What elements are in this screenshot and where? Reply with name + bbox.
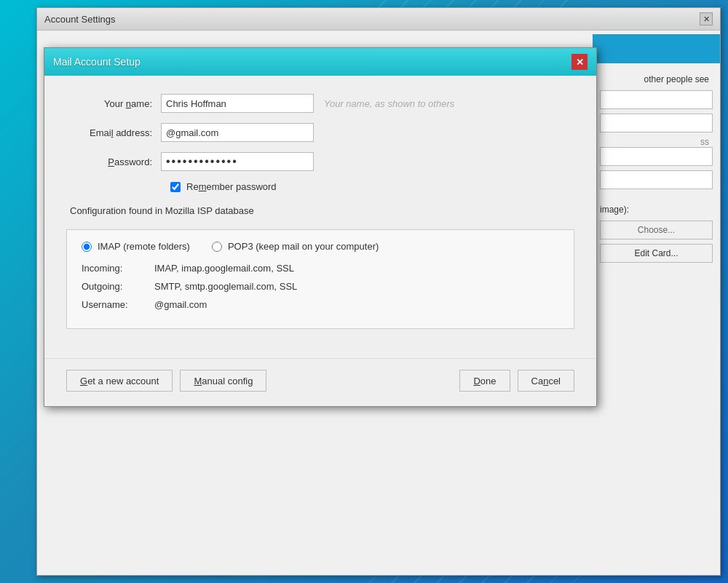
remember-row: Remember password bbox=[170, 181, 574, 192]
password-label: Password: bbox=[66, 156, 161, 167]
right-panel-input-3[interactable] bbox=[600, 147, 713, 166]
outgoing-row: Outgoing: SMTP, smtp.googlemail.com, SSL bbox=[82, 281, 559, 292]
right-panel-label: other people see bbox=[600, 74, 713, 84]
dialog-body: Your name: Your name, as shown to others… bbox=[44, 76, 596, 358]
right-panel-text: ss bbox=[600, 137, 713, 147]
config-found-message: Configuration found in Mozilla ISP datab… bbox=[70, 205, 574, 216]
outgoing-label: Outgoing: bbox=[82, 281, 154, 292]
get-new-account-button[interactable]: Get a new account bbox=[66, 370, 173, 392]
cancel-button[interactable]: Cancel bbox=[518, 370, 574, 392]
username-label: Username: bbox=[82, 299, 154, 310]
email-input[interactable] bbox=[161, 123, 314, 142]
email-label: Email address: bbox=[66, 127, 161, 138]
right-panel-input-4[interactable] bbox=[600, 170, 713, 189]
pop3-option: POP3 (keep mail on your computer) bbox=[212, 241, 379, 252]
password-input[interactable] bbox=[161, 152, 314, 171]
pop3-label[interactable]: POP3 (keep mail on your computer) bbox=[228, 241, 379, 252]
incoming-value: IMAP, imap.googlemail.com, SSL bbox=[154, 263, 294, 274]
protocol-box: IMAP (remote folders) POP3 (keep mail on… bbox=[66, 229, 574, 329]
image-label: image): bbox=[600, 205, 713, 215]
account-settings-close-button[interactable]: ✕ bbox=[700, 12, 713, 25]
account-settings-titlebar: Account Settings ✕ bbox=[37, 8, 720, 31]
incoming-row: Incoming: IMAP, imap.googlemail.com, SSL bbox=[82, 263, 559, 274]
mail-setup-dialog: Mail Account Setup ✕ Your name: Your nam… bbox=[44, 47, 597, 407]
dialog-title: Mail Account Setup bbox=[53, 56, 141, 68]
incoming-label: Incoming: bbox=[82, 263, 154, 274]
remember-label[interactable]: Remember password bbox=[186, 181, 277, 192]
right-panel-input-1[interactable] bbox=[600, 90, 713, 109]
imap-radio[interactable] bbox=[82, 242, 92, 252]
imap-label[interactable]: IMAP (remote folders) bbox=[98, 241, 190, 252]
edit-card-button[interactable]: Edit Card... bbox=[600, 244, 713, 263]
outgoing-value: SMTP, smtp.googlemail.com, SSL bbox=[154, 281, 297, 292]
manual-config-button[interactable]: Manual config bbox=[180, 370, 266, 392]
account-settings-title: Account Settings bbox=[44, 14, 116, 25]
password-row: Password: bbox=[66, 152, 574, 171]
email-row: Email address: bbox=[66, 123, 574, 142]
dialog-titlebar: Mail Account Setup ✕ bbox=[44, 48, 596, 76]
name-hint: Your name, as shown to others bbox=[324, 98, 454, 109]
done-button[interactable]: Done bbox=[459, 370, 510, 392]
choose-button[interactable]: Choose... bbox=[600, 221, 713, 239]
name-input[interactable] bbox=[161, 94, 314, 113]
server-info: Incoming: IMAP, imap.googlemail.com, SSL… bbox=[82, 263, 559, 310]
username-row: Username: @gmail.com bbox=[82, 299, 559, 310]
dialog-close-button[interactable]: ✕ bbox=[571, 54, 587, 70]
right-panel-image-section: image): Choose... Edit Card... bbox=[600, 205, 713, 267]
pop3-radio[interactable] bbox=[212, 242, 222, 252]
name-label: Your name: bbox=[66, 98, 161, 109]
username-value: @gmail.com bbox=[154, 299, 207, 310]
right-panel: other people see ss image): Choose... Ed… bbox=[593, 34, 720, 575]
name-row: Your name: Your name, as shown to others bbox=[66, 94, 574, 113]
dialog-footer: Get a new account Manual config Done Can… bbox=[44, 358, 596, 406]
imap-option: IMAP (remote folders) bbox=[82, 241, 190, 252]
right-panel-input-2[interactable] bbox=[600, 114, 713, 132]
remember-checkbox[interactable] bbox=[170, 182, 181, 192]
right-panel-header bbox=[593, 34, 720, 63]
protocol-radio-row: IMAP (remote folders) POP3 (keep mail on… bbox=[82, 241, 559, 252]
